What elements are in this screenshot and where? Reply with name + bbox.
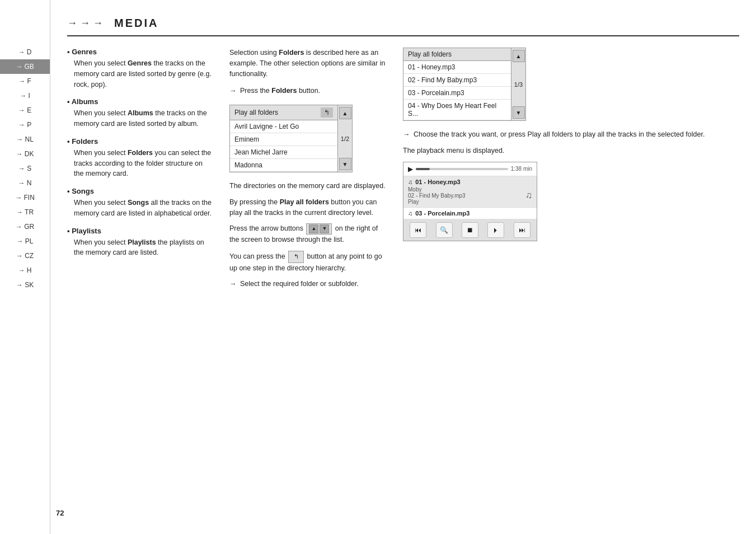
sidebar-item-gb[interactable]: → GB bbox=[0, 59, 50, 74]
songs-body: When you select Songs all the tracks on … bbox=[67, 198, 213, 219]
content-columns: Genres When you select Genres the tracks… bbox=[67, 48, 739, 295]
page-container: → D → GB → F → I → E → P → NL → DK → S →… bbox=[0, 0, 756, 534]
sidebar-item-f[interactable]: → F bbox=[0, 74, 50, 88]
folders-body: When you select Folders you can select t… bbox=[67, 148, 213, 179]
sidebar-item-tr[interactable]: → TR bbox=[0, 205, 50, 219]
page-header: → → → MEDIA bbox=[67, 17, 739, 36]
fraction-display: 1/2 bbox=[341, 134, 349, 143]
genres-title: Genres bbox=[67, 48, 213, 56]
next-button[interactable]: ⏭ bbox=[514, 222, 530, 238]
page-number: 72 bbox=[56, 509, 64, 517]
press-folders-instruction: → Press the Folders button. bbox=[229, 86, 386, 96]
folder-up-icon[interactable]: ↰ bbox=[321, 107, 333, 118]
sidebar-item-n[interactable]: → N bbox=[0, 176, 50, 190]
folders-title: Folders bbox=[67, 137, 213, 146]
sidebar-item-pl[interactable]: → PL bbox=[0, 234, 50, 249]
track1-name: 01 - Honey.mp3 bbox=[415, 179, 461, 185]
track-item-4[interactable]: 04 - Why Does My Heart Feel S... bbox=[403, 100, 511, 120]
choose-text: → Choose the track you want, or press Pl… bbox=[403, 129, 739, 140]
left-column: Genres When you select Genres the tracks… bbox=[67, 48, 213, 295]
scroll-down-button[interactable]: ▼ bbox=[339, 158, 351, 170]
right-column: Play all folders 01 - Honey.mp3 02 - Fin… bbox=[403, 48, 739, 295]
tracks-scroll-up[interactable]: ▲ bbox=[513, 50, 525, 62]
sidebar-item-h[interactable]: → H bbox=[0, 263, 50, 278]
sidebar-item-dk[interactable]: → DK bbox=[0, 147, 50, 161]
sidebar-item-sk[interactable]: → SK bbox=[0, 278, 50, 292]
sidebar-item-p[interactable]: → P bbox=[0, 118, 50, 132]
playback-text: The playback menu is displayed. bbox=[403, 146, 739, 156]
intro-text: Selection using Folders is described her… bbox=[229, 48, 386, 79]
desc1-text: The directories on the memory card are d… bbox=[229, 181, 386, 191]
arrows-icon: → → → bbox=[67, 17, 103, 29]
sidebar-item-fin[interactable]: → FIN bbox=[0, 190, 50, 205]
middle-column: Selection using Folders is described her… bbox=[229, 48, 386, 295]
file-list-item-3[interactable]: Jean Michel Jarre bbox=[230, 146, 337, 159]
track-item-2[interactable]: 02 - Find My Baby.mp3 bbox=[403, 74, 511, 87]
playlists-body: When you select Playlists the playlists … bbox=[67, 237, 213, 259]
playback-track-2: ♫ 03 - Porcelain.mp3 bbox=[403, 208, 537, 219]
file-list-item-4[interactable]: Madonna bbox=[230, 159, 337, 172]
genres-section: Genres When you select Genres the tracks… bbox=[67, 48, 213, 90]
sidebar-item-e[interactable]: → E bbox=[0, 103, 50, 118]
file-list-item-1[interactable]: Avril Lavigne - Let Go bbox=[230, 120, 337, 133]
play-button[interactable]: ⏵ bbox=[487, 222, 504, 238]
file-list-item-2[interactable]: Eminem bbox=[230, 133, 337, 146]
main-content: → → → MEDIA Genres When you select Genre… bbox=[50, 0, 756, 534]
track1-artist: Moby bbox=[408, 186, 466, 193]
sidebar-item-i[interactable]: → I bbox=[0, 88, 50, 103]
time-label: 1:38 min bbox=[511, 166, 532, 172]
search-button[interactable]: 🔍 bbox=[436, 222, 453, 238]
albums-section: Albums When you select Albums the tracks… bbox=[67, 97, 213, 129]
folders-section: Folders When you select Folders you can … bbox=[67, 137, 213, 179]
track-item-3[interactable]: 03 - Porcelain.mp3 bbox=[403, 87, 511, 100]
folder-up-button-inline: ↰ bbox=[288, 251, 304, 263]
play-all-folders-label2: Play all folders bbox=[408, 50, 452, 58]
select-instruction: → Select the required folder or subfolde… bbox=[229, 279, 386, 289]
desc2-text: By pressing the Play all folders button … bbox=[229, 197, 386, 218]
playback-progress-bar: ▶ 1:38 min bbox=[403, 162, 537, 176]
playback-track-1: ♫ 01 - Honey.mp3 Moby 02 - Find My Baby.… bbox=[403, 176, 537, 208]
sidebar-item-s[interactable]: → S bbox=[0, 161, 50, 176]
track1-action: Play bbox=[408, 199, 466, 205]
genres-body: When you select Genres the tracks on the… bbox=[67, 58, 213, 90]
playback-widget: ▶ 1:38 min ♫ 01 - Honey.mp3 bbox=[403, 162, 537, 241]
arrow-buttons-widget: ▲ ▼ bbox=[306, 223, 332, 235]
folders-file-list: Play all folders ↰ Avril Lavigne - Let G… bbox=[229, 105, 353, 172]
playlists-section: Playlists When you select Playlists the … bbox=[67, 227, 213, 259]
stop-button[interactable]: ⏹ bbox=[462, 222, 478, 238]
sidebar-item-nl[interactable]: → NL bbox=[0, 132, 50, 147]
sidebar: → D → GB → F → I → E → P → NL → DK → S →… bbox=[0, 0, 50, 534]
sidebar-item-gr[interactable]: → GR bbox=[0, 219, 50, 234]
playback-controls: ⏮ 🔍 ⏹ ⏵ ⏭ bbox=[403, 219, 537, 241]
sidebar-item-cz[interactable]: → CZ bbox=[0, 249, 50, 263]
music-note-icon: ♫ bbox=[525, 190, 532, 200]
songs-title: Songs bbox=[67, 187, 213, 195]
albums-body: When you select Albums the tracks on the… bbox=[67, 108, 213, 129]
tracks-list-header: Play all folders bbox=[403, 48, 511, 61]
play-all-folders-label: Play all folders bbox=[234, 109, 278, 116]
desc4-text: You can press the ↰ button at any point … bbox=[229, 251, 386, 274]
scroll-up-button[interactable]: ▲ bbox=[339, 107, 351, 119]
albums-title: Albums bbox=[67, 97, 213, 106]
sidebar-item-d[interactable]: → D bbox=[0, 45, 50, 59]
tracks-fraction: 1/3 bbox=[514, 80, 523, 89]
track1-icon: ♫ bbox=[408, 179, 412, 185]
songs-section: Songs When you select Songs all the trac… bbox=[67, 187, 213, 219]
track2-name: 03 - Porcelain.mp3 bbox=[415, 210, 469, 217]
play-icon-small: ▶ bbox=[408, 165, 413, 173]
tracks-scroll-down[interactable]: ▼ bbox=[513, 106, 525, 119]
track1-sub: 02 - Find My Baby.mp3 bbox=[408, 193, 466, 199]
page-title: MEDIA bbox=[114, 17, 158, 30]
progress-bar-container bbox=[416, 168, 508, 170]
desc3-text: Press the arrow buttons ▲ ▼ on the right… bbox=[229, 223, 386, 245]
prev-button[interactable]: ⏮ bbox=[410, 222, 426, 238]
playlists-title: Playlists bbox=[67, 227, 213, 235]
file-list-header: Play all folders ↰ bbox=[230, 105, 337, 120]
tracks-file-list: Play all folders 01 - Honey.mp3 02 - Fin… bbox=[403, 48, 526, 121]
track-item-1[interactable]: 01 - Honey.mp3 bbox=[403, 61, 511, 74]
track2-icon: ♫ bbox=[408, 210, 412, 217]
progress-bar-fill bbox=[416, 168, 430, 170]
